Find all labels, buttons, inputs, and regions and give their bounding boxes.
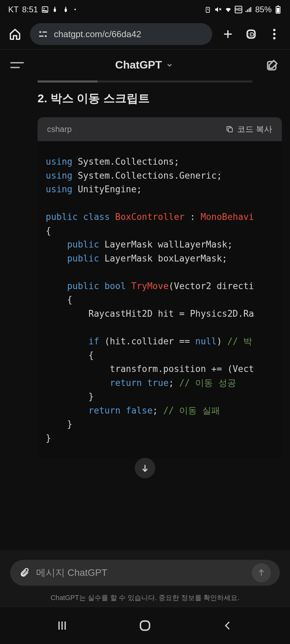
copy-icon <box>226 125 234 133</box>
svg-point-3 <box>54 7 55 8</box>
footprint-icon-2 <box>63 6 71 13</box>
battery-icon <box>274 6 282 13</box>
input-placeholder: 메시지 ChatGPT <box>36 566 245 579</box>
clock-label: 8:51 <box>22 5 38 14</box>
battery-pct-label: 85% <box>255 5 272 14</box>
svg-point-21 <box>273 33 276 35</box>
svg-rect-10 <box>277 8 279 13</box>
svg-point-5 <box>65 7 66 8</box>
code-body[interactable]: using System.Collections;using System.Co… <box>38 141 282 459</box>
message-input[interactable]: 메시지 ChatGPT <box>10 560 280 586</box>
battery-saver-icon <box>204 6 212 13</box>
hd-icon: HD <box>235 6 242 13</box>
svg-point-1 <box>44 8 45 9</box>
carrier-label: KT <box>8 5 19 14</box>
home-button[interactable] <box>8 27 22 41</box>
disclaimer-text: ChatGPT는 실수를 할 수 있습니다. 중요한 정보를 확인하세요. <box>10 593 280 602</box>
code-language-label: csharp <box>47 124 72 134</box>
status-right: HD 85% <box>204 5 282 14</box>
site-settings-icon[interactable] <box>38 30 48 38</box>
back-button[interactable] <box>218 615 238 636</box>
code-header: csharp 코드 복사 <box>38 117 282 141</box>
scroll-to-bottom-button[interactable] <box>135 458 155 478</box>
svg-rect-30 <box>141 621 150 630</box>
browser-menu-button[interactable] <box>267 27 282 42</box>
home-nav-button[interactable] <box>135 615 155 636</box>
code-block: csharp 코드 복사 using System.Collections;us… <box>38 117 282 459</box>
section-heading: 2. 박스 이동 스크립트 <box>38 91 282 106</box>
footprint-icon <box>52 6 60 13</box>
browser-bar: chatgpt.com/c/66da42 :D <box>0 19 290 49</box>
tabs-button[interactable]: :D <box>244 27 259 42</box>
svg-point-14 <box>45 35 47 37</box>
svg-point-4 <box>65 8 67 12</box>
signal-icon <box>245 6 252 13</box>
copy-label: 코드 복사 <box>237 124 272 135</box>
gallery-icon <box>41 6 49 13</box>
attach-icon[interactable] <box>19 567 29 579</box>
svg-point-2 <box>54 8 56 12</box>
chevron-down-icon <box>166 61 173 69</box>
url-bar[interactable]: chatgpt.com/c/66da42 <box>30 23 212 45</box>
svg-rect-15 <box>39 35 44 37</box>
copy-code-button[interactable]: 코드 복사 <box>226 124 272 135</box>
svg-rect-11 <box>277 5 279 6</box>
page-header: ChatGPT <box>0 49 290 80</box>
wifi-icon <box>224 6 232 13</box>
new-tab-button[interactable] <box>220 27 235 42</box>
menu-button[interactable] <box>10 62 24 68</box>
progress-indicator <box>38 80 252 83</box>
status-bar: KT 8:51 • HD 85% <box>0 0 290 19</box>
model-selector[interactable]: ChatGPT <box>24 59 265 71</box>
dot-icon: • <box>74 6 76 13</box>
url-text: chatgpt.com/c/66da42 <box>54 29 141 40</box>
svg-rect-24 <box>228 128 232 132</box>
status-left: KT 8:51 • <box>8 5 76 14</box>
svg-rect-13 <box>42 31 47 33</box>
svg-point-22 <box>273 37 276 40</box>
send-button[interactable] <box>252 563 271 582</box>
input-area: 메시지 ChatGPT ChatGPT는 실수를 할 수 있습니다. 중요한 정… <box>0 550 290 606</box>
new-chat-button[interactable] <box>265 58 280 73</box>
system-nav-bar <box>0 606 290 644</box>
svg-text::D: :D <box>248 31 254 38</box>
page-title: ChatGPT <box>115 59 162 71</box>
chat-content: 2. 박스 이동 스크립트 csharp 코드 복사 using System.… <box>0 91 290 459</box>
mute-icon <box>214 6 222 13</box>
svg-point-20 <box>273 29 276 31</box>
recents-button[interactable] <box>52 615 72 636</box>
svg-point-12 <box>39 31 41 33</box>
